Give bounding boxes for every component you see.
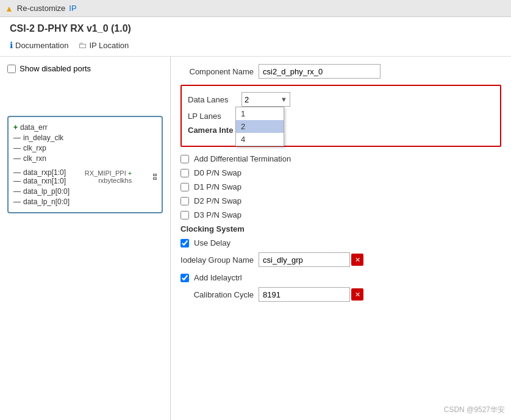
iodelay-group-label: Iodelay Group Name bbox=[180, 255, 254, 265]
port-data-rxp: — data_rxp[1:0] bbox=[13, 168, 66, 177]
data-lanes-dropdown[interactable]: 2 ▼ bbox=[241, 92, 290, 107]
show-disabled-ports-checkbox[interactable] bbox=[7, 65, 16, 73]
d2-swap-row: D2 P/N Swap bbox=[180, 196, 501, 205]
show-disabled-ports-label: Show disabled ports bbox=[20, 64, 91, 73]
port-line-icon: — bbox=[13, 198, 21, 206]
port-name: data_err bbox=[20, 123, 48, 132]
folder-icon: 🗀 bbox=[78, 40, 87, 50]
camera-inte-row: Camera Inte bbox=[188, 126, 494, 135]
port-line-icon: — bbox=[13, 133, 21, 142]
port-line-icon: — bbox=[13, 177, 21, 185]
iodelay-clear-button[interactable]: ✕ bbox=[351, 254, 363, 266]
component-name-label: Component Name bbox=[180, 67, 254, 76]
iodelay-group-input-group: ✕ bbox=[259, 252, 363, 267]
lp-lanes-label: LP Lanes bbox=[188, 112, 237, 121]
port-name: in_delay_clk bbox=[23, 133, 63, 142]
port-connector-row: — data_rxp[1:0] — data_rxn[1:0] RX_MIPI_… bbox=[13, 168, 157, 185]
d2-swap-checkbox[interactable] bbox=[180, 197, 189, 205]
calibration-cycle-input-group: ✕ bbox=[259, 287, 363, 302]
component-title: CSI-2 D-PHY RX v1_0 (1.0) bbox=[10, 23, 501, 34]
component-header: CSI-2 D-PHY RX v1_0 (1.0) ℹ Documentatio… bbox=[0, 17, 511, 57]
left-panel: Show disabled ports + data_err — in_dela… bbox=[0, 57, 171, 420]
clocking-system-title: Clocking System bbox=[180, 224, 501, 233]
connector-bars bbox=[153, 174, 157, 180]
data-lanes-value: 2 bbox=[245, 95, 249, 104]
use-delay-row: Use Delay bbox=[180, 238, 501, 247]
tab-documentation-label: Documentation bbox=[15, 41, 68, 50]
calibration-cycle-row: Calibration Cycle ✕ bbox=[180, 287, 501, 302]
right-panel: Component Name Data Lanes 2 ▼ LP Lanes bbox=[171, 57, 511, 420]
port-list: + data_err — in_delay_clk — clk_rxp — cl… bbox=[13, 123, 157, 206]
data-lanes-label: Data Lanes bbox=[188, 95, 237, 104]
iodelay-group-input[interactable] bbox=[259, 252, 350, 267]
component-name-row: Component Name bbox=[180, 64, 501, 79]
info-icon: ℹ bbox=[10, 40, 13, 50]
dropdown-option-2[interactable]: 2 bbox=[236, 120, 284, 133]
camera-inte-label: Camera Inte bbox=[188, 126, 233, 135]
port-line-icon: — bbox=[13, 187, 21, 196]
watermark: CSDN @9527华安 bbox=[444, 405, 505, 415]
lp-lanes-row: LP Lanes bbox=[188, 112, 494, 121]
connector-bar-top bbox=[153, 174, 157, 176]
show-disabled-ports-row: Show disabled ports bbox=[7, 64, 163, 73]
use-delay-label: Use Delay bbox=[194, 238, 230, 247]
title-bar: ▲ Re-customize IP bbox=[0, 0, 511, 17]
calibration-cycle-input[interactable] bbox=[259, 287, 350, 302]
tab-ip-location[interactable]: 🗀 IP Location bbox=[78, 39, 129, 51]
add-idelayctrl-label: Add Idelayctrl bbox=[194, 273, 242, 282]
content-area: Show disabled ports + data_err — in_dela… bbox=[0, 57, 511, 420]
add-idelayctrl-checkbox[interactable] bbox=[180, 274, 189, 282]
iodelay-group-row: Iodelay Group Name ✕ bbox=[180, 252, 501, 267]
port-name: data_lp_p[0:0] bbox=[23, 187, 70, 196]
port-name: clk_rxn bbox=[23, 154, 46, 163]
add-idelayctrl-row: Add Idelayctrl bbox=[180, 273, 501, 282]
port-data-lp-n: — data_lp_n[0:0] bbox=[13, 198, 157, 206]
port-clk-rxn: — clk_rxn bbox=[13, 154, 157, 163]
d1-swap-checkbox[interactable] bbox=[180, 183, 189, 191]
diff-termination-row: Add Differential Termination bbox=[180, 154, 501, 163]
d0-swap-checkbox[interactable] bbox=[180, 169, 189, 177]
port-data-rxn: — data_rxn[1:0] bbox=[13, 177, 66, 185]
diff-termination-checkbox[interactable] bbox=[180, 155, 189, 163]
port-name: data_lp_n[0:0] bbox=[23, 198, 70, 206]
port-line-icon: — bbox=[13, 144, 21, 152]
use-delay-checkbox[interactable] bbox=[180, 239, 189, 247]
connector-bar-bottom bbox=[153, 177, 157, 180]
main-window: CSI-2 D-PHY RX v1_0 (1.0) ℹ Documentatio… bbox=[0, 17, 511, 420]
d3-swap-row: D3 P/N Swap bbox=[180, 210, 501, 219]
dropdown-arrow-icon: ▼ bbox=[281, 96, 287, 103]
port-name: data_rxp[1:0] bbox=[23, 168, 66, 177]
d0-swap-label: D0 P/N Swap bbox=[194, 168, 241, 177]
red-section: Data Lanes 2 ▼ LP Lanes Camera Inte 1 bbox=[180, 85, 501, 147]
calibration-cycle-label: Calibration Cycle bbox=[180, 290, 254, 299]
diff-termination-label: Add Differential Termination bbox=[194, 154, 291, 163]
d2-swap-label: D2 P/N Swap bbox=[194, 196, 241, 205]
right-signal: rxbyteclkhs bbox=[85, 177, 132, 184]
data-lanes-dropdown-menu: 1 2 4 bbox=[235, 107, 284, 146]
port-plus-icon: + bbox=[13, 123, 18, 132]
dropdown-option-1[interactable]: 1 bbox=[236, 107, 284, 120]
port-name: data_rxn[1:0] bbox=[23, 177, 66, 185]
right-label: RX_MIPI_PPI + bbox=[85, 169, 132, 177]
port-data-err: + data_err bbox=[13, 123, 157, 132]
d3-swap-label: D3 P/N Swap bbox=[194, 210, 241, 219]
port-left-group: — data_rxp[1:0] — data_rxn[1:0] bbox=[13, 168, 66, 185]
port-data-lp-p: — data_lp_p[0:0] bbox=[13, 187, 157, 196]
component-name-input[interactable] bbox=[259, 64, 381, 79]
d3-swap-checkbox[interactable] bbox=[180, 211, 189, 219]
ip-link[interactable]: IP bbox=[69, 4, 76, 13]
tab-documentation[interactable]: ℹ Documentation bbox=[10, 39, 68, 51]
calibration-clear-button[interactable]: ✕ bbox=[351, 288, 363, 301]
tab-ip-location-label: IP Location bbox=[89, 41, 129, 50]
d0-swap-row: D0 P/N Swap bbox=[180, 168, 501, 177]
d1-swap-label: D1 P/N Swap bbox=[194, 182, 241, 191]
port-line-icon: — bbox=[13, 154, 21, 163]
port-right-group: RX_MIPI_PPI + rxbyteclkhs bbox=[85, 169, 132, 184]
port-name: clk_rxp bbox=[23, 144, 46, 152]
dropdown-option-4[interactable]: 4 bbox=[236, 133, 284, 146]
title-bar-label: Re-customize bbox=[17, 4, 65, 13]
port-clk-rxp: — clk_rxp bbox=[13, 144, 157, 152]
data-lanes-row: Data Lanes 2 ▼ bbox=[188, 92, 494, 107]
component-diagram: + data_err — in_delay_clk — clk_rxp — cl… bbox=[7, 116, 163, 213]
port-in-delay-clk: — in_delay_clk bbox=[13, 133, 157, 142]
